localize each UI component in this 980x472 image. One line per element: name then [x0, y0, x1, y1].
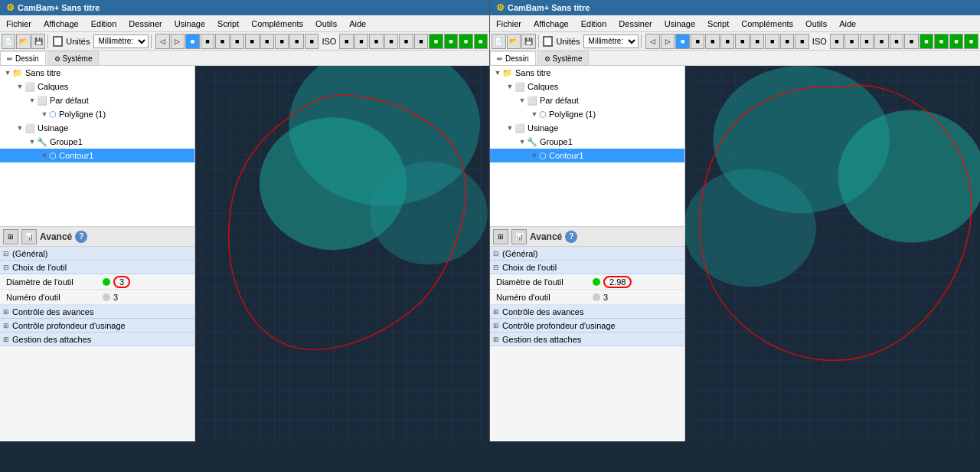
left-tb-b2[interactable]: ▷: [171, 34, 185, 49]
right-tb-open[interactable]: 📂: [507, 34, 521, 49]
left-tb-save[interactable]: 💾: [31, 34, 45, 49]
right-tab-systeme[interactable]: ⚙ Système: [537, 51, 590, 65]
right-menu-complements[interactable]: Compléments: [735, 15, 799, 31]
right-tb-b19[interactable]: ■: [934, 34, 949, 49]
left-props-icon-btn[interactable]: ⊞: [3, 229, 18, 244]
right-canvas[interactable]: [685, 66, 980, 441]
right-tb-b16[interactable]: ■: [890, 34, 904, 49]
left-tb-b9[interactable]: ■: [275, 34, 289, 49]
right-diametre-value[interactable]: 2.98: [590, 276, 684, 288]
tree-item-contour1-r[interactable]: ▼ ⬡ Contour1: [490, 149, 684, 162]
right-tb-checkbox[interactable]: [543, 36, 553, 47]
left-units-dropdown[interactable]: Millimètre:: [93, 34, 149, 48]
right-tb-b6[interactable]: ■: [720, 34, 735, 49]
right-menu-script[interactable]: Script: [701, 15, 735, 31]
left-tb-new[interactable]: 📄: [2, 34, 15, 49]
tree-item-groupe1[interactable]: ▼ 🔧 Groupe1: [0, 135, 194, 149]
left-tb-b16[interactable]: ■: [399, 34, 413, 49]
right-menu-usinage[interactable]: Usinage: [658, 15, 701, 31]
right-tab-dessin[interactable]: ✏ Dessin: [490, 51, 536, 65]
right-tb-b21[interactable]: ■: [964, 34, 978, 49]
right-tb-b20[interactable]: ■: [949, 34, 964, 49]
tree-item-usinage-r[interactable]: ▼ ⬜ Usinage: [490, 121, 684, 135]
left-menu-dessiner[interactable]: Dessiner: [122, 15, 168, 31]
left-tb-b20[interactable]: ■: [459, 34, 472, 49]
right-tb-b15[interactable]: ■: [874, 34, 889, 49]
left-section-general[interactable]: ⊟ (Général): [0, 247, 194, 261]
right-tb-b5[interactable]: ■: [705, 34, 720, 49]
right-section-avances[interactable]: ⊞ Contrôle des avances: [490, 305, 684, 319]
left-menu-usinage[interactable]: Usinage: [168, 15, 211, 31]
right-tb-b12[interactable]: ■: [830, 34, 844, 49]
right-section-general[interactable]: ⊟ (Général): [490, 247, 684, 261]
right-menu-aide[interactable]: Aide: [833, 15, 862, 31]
left-tb-b10[interactable]: ■: [289, 34, 303, 49]
left-tb-b14[interactable]: ■: [369, 34, 383, 49]
right-props-advanced-icon[interactable]: 📊: [511, 229, 527, 244]
tree-item-polyligne[interactable]: ▼ ⬡ Polyligne (1): [0, 107, 194, 121]
left-tb-checkbox[interactable]: [53, 36, 63, 47]
right-tb-b9[interactable]: ■: [765, 34, 779, 49]
right-props-help-btn[interactable]: ?: [565, 231, 577, 243]
left-props-advanced-icon[interactable]: 📊: [21, 229, 37, 244]
left-tab-dessin[interactable]: ✏ Dessin: [0, 51, 46, 65]
right-menu-affichage[interactable]: Affichage: [528, 15, 575, 31]
right-tb-b2[interactable]: ▷: [661, 34, 675, 49]
right-section-choix[interactable]: ⊟ Choix de l'outil: [490, 261, 684, 274]
right-props-icon-btn[interactable]: ⊞: [493, 229, 508, 244]
right-tb-b1[interactable]: ◁: [645, 34, 660, 49]
right-section-profondeur[interactable]: ⊞ Contrôle profondeur d'usinage: [490, 319, 684, 333]
right-menu-fichier[interactable]: Fichier: [490, 15, 528, 31]
left-section-avances[interactable]: ⊞ Contrôle des avances: [0, 305, 194, 319]
left-tb-b1[interactable]: ◁: [155, 34, 169, 49]
left-tb-b4[interactable]: ■: [201, 34, 214, 49]
right-tb-b7[interactable]: ■: [735, 34, 750, 49]
left-tab-systeme[interactable]: ⚙ Système: [47, 51, 100, 65]
left-menu-complements[interactable]: Compléments: [245, 15, 309, 31]
left-tb-b18[interactable]: ■: [429, 34, 443, 49]
left-menu-aide[interactable]: Aide: [343, 15, 372, 31]
left-canvas[interactable]: [195, 66, 489, 441]
left-menu-outils[interactable]: Outils: [309, 15, 343, 31]
right-tb-b8[interactable]: ■: [750, 34, 765, 49]
left-section-choix[interactable]: ⊟ Choix de l'outil: [0, 261, 194, 274]
right-tb-save[interactable]: 💾: [521, 34, 536, 49]
left-tb-b21[interactable]: ■: [474, 34, 488, 49]
left-menu-script[interactable]: Script: [211, 15, 245, 31]
left-tb-b15[interactable]: ■: [384, 34, 398, 49]
tree-item-par-defaut-r[interactable]: ▼ ⬜ Par défaut: [490, 93, 684, 107]
left-menu-fichier[interactable]: Fichier: [0, 15, 38, 31]
left-tb-b6[interactable]: ■: [230, 34, 244, 49]
right-tb-b4[interactable]: ■: [691, 34, 705, 49]
left-numero-value[interactable]: 3: [100, 293, 194, 302]
right-tb-b10[interactable]: ■: [780, 34, 795, 49]
right-tb-b17[interactable]: ■: [904, 34, 919, 49]
right-tb-b11[interactable]: ■: [795, 34, 809, 49]
tree-item-calques[interactable]: ▼ ⬜ Calques: [0, 80, 194, 93]
left-tb-b12[interactable]: ■: [339, 34, 353, 49]
right-menu-dessiner[interactable]: Dessiner: [612, 15, 658, 31]
left-tb-b7[interactable]: ■: [245, 34, 259, 49]
right-section-attaches[interactable]: ⊞ Gestion des attaches: [490, 333, 684, 346]
left-tb-b11[interactable]: ■: [305, 34, 318, 49]
tree-item-contour1[interactable]: ▼ ⬡ Contour1: [0, 149, 194, 162]
left-section-profondeur[interactable]: ⊞ Contrôle profondeur d'usinage: [0, 319, 194, 333]
tree-item-usinage[interactable]: ▼ ⬜ Usinage: [0, 121, 194, 135]
left-diametre-value[interactable]: 3: [100, 276, 194, 288]
left-section-attaches[interactable]: ⊞ Gestion des attaches: [0, 333, 194, 346]
right-units-dropdown[interactable]: Millimètre:: [583, 34, 639, 48]
tree-item-sans-titre[interactable]: ▼ 📁 Sans titre: [0, 66, 194, 80]
left-menu-edition[interactable]: Edition: [85, 15, 123, 31]
right-tb-b18[interactable]: ■: [920, 34, 934, 49]
left-tb-b17[interactable]: ■: [414, 34, 428, 49]
right-tb-b14[interactable]: ■: [860, 34, 874, 49]
right-tb-new[interactable]: 📄: [492, 34, 506, 49]
right-menu-edition[interactable]: Edition: [575, 15, 613, 31]
left-tb-open[interactable]: 📂: [16, 34, 30, 49]
right-tb-b13[interactable]: ■: [844, 34, 859, 49]
right-menu-outils[interactable]: Outils: [799, 15, 833, 31]
tree-item-sans-titre-r[interactable]: ▼ 📁 Sans titre: [490, 66, 684, 80]
tree-item-groupe1-r[interactable]: ▼ 🔧 Groupe1: [490, 135, 684, 149]
left-menu-affichage[interactable]: Affichage: [38, 15, 85, 31]
left-tb-b3[interactable]: ■: [185, 34, 199, 49]
